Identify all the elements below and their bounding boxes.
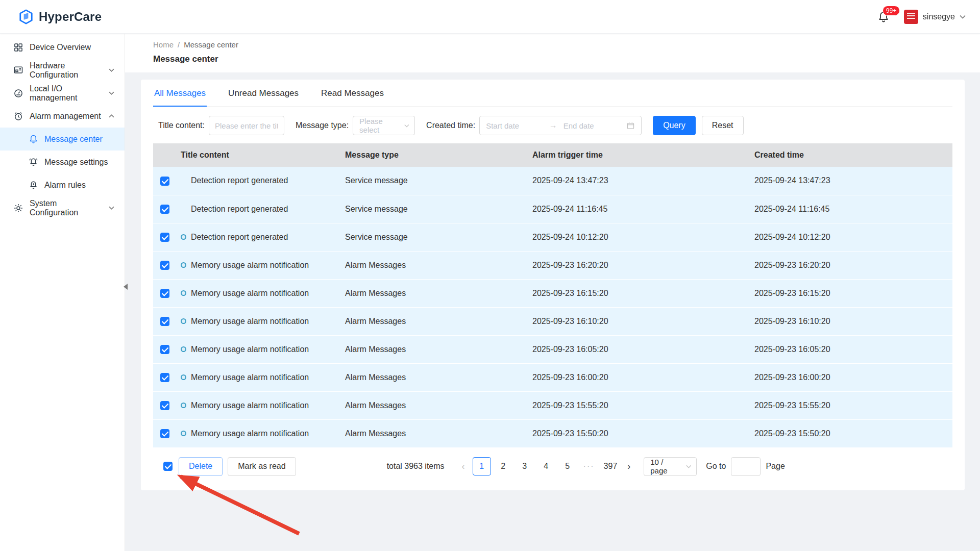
table-row[interactable]: Memory usage alarm notificationAlarm Mes… bbox=[153, 363, 952, 391]
notification-badge: 99+ bbox=[883, 6, 900, 16]
row-created-time: 2025-09-23 16:10:20 bbox=[750, 307, 952, 335]
mark-as-read-button[interactable]: Mark as read bbox=[228, 457, 296, 476]
row-checkbox[interactable] bbox=[160, 177, 169, 186]
app-logo[interactable]: HyperCare bbox=[18, 9, 102, 24]
unread-dot bbox=[181, 346, 186, 352]
column-header-title-content: Title content bbox=[177, 143, 341, 167]
sidebar-item-message-settings[interactable]: Message settings bbox=[0, 151, 125, 173]
page-header: Home / Message center Message center bbox=[125, 34, 980, 72]
bell-icon bbox=[29, 134, 38, 144]
tab-all-messages[interactable]: All Messages bbox=[153, 80, 207, 106]
pagination-next[interactable]: › bbox=[621, 461, 636, 472]
created-time-label: Created time: bbox=[426, 121, 475, 130]
hardware-icon bbox=[13, 65, 23, 76]
sidebar-item-hardware-configuration[interactable]: Hardware Configuration bbox=[0, 59, 125, 82]
sidebar-item-label: Device Overview bbox=[30, 43, 91, 52]
message-type-select[interactable]: Please select bbox=[353, 116, 415, 135]
query-button[interactable]: Query bbox=[653, 116, 696, 135]
table-row[interactable]: Memory usage alarm notificationAlarm Mes… bbox=[153, 335, 952, 363]
table-row[interactable]: Memory usage alarm notificationAlarm Mes… bbox=[153, 251, 952, 279]
tab-read-messages[interactable]: Read Messages bbox=[320, 80, 385, 106]
sidebar: Device Overview Hardware Configuration L… bbox=[0, 34, 125, 551]
row-checkbox[interactable] bbox=[160, 401, 169, 410]
sidebar-item-system-configuration[interactable]: System Configuration bbox=[0, 196, 125, 219]
pagination-page-1[interactable]: 1 bbox=[473, 457, 491, 475]
pagination-page-5[interactable]: 5 bbox=[558, 457, 577, 475]
row-message-type: Alarm Messages bbox=[341, 251, 528, 279]
chevron-down-icon bbox=[960, 15, 966, 19]
pagination-page-3[interactable]: 3 bbox=[516, 457, 534, 475]
chevron-down-icon bbox=[109, 91, 114, 95]
row-checkbox[interactable] bbox=[160, 345, 169, 354]
unread-dot bbox=[181, 431, 186, 436]
pagination-page-397[interactable]: 397 bbox=[601, 457, 620, 475]
tabs-bar: All Messages Unread Messages Read Messag… bbox=[153, 80, 952, 107]
filter-bar: Title content: Message type: Please sele… bbox=[158, 116, 952, 135]
avatar bbox=[904, 10, 918, 24]
table-header-row: Title content Message type Alarm trigger… bbox=[153, 143, 952, 167]
table-footer: Delete Mark as read total 3963 items ‹ 1… bbox=[153, 457, 952, 476]
alarm-clock-icon bbox=[13, 111, 23, 121]
column-header-alarm-trigger-time: Alarm trigger time bbox=[528, 143, 750, 167]
sidebar-collapse-handle[interactable] bbox=[122, 280, 129, 294]
collapse-arrow-icon bbox=[124, 284, 128, 290]
title-content-input[interactable] bbox=[209, 116, 284, 135]
sidebar-item-device-overview[interactable]: Device Overview bbox=[0, 36, 125, 59]
row-message-type: Alarm Messages bbox=[341, 363, 528, 391]
reset-button[interactable]: Reset bbox=[702, 116, 744, 135]
pagination-page-4[interactable]: 4 bbox=[537, 457, 555, 475]
table-row[interactable]: Memory usage alarm notificationAlarm Mes… bbox=[153, 391, 952, 419]
sidebar-item-label: Alarm management bbox=[30, 112, 101, 121]
row-created-time: 2025-09-23 16:20:20 bbox=[750, 251, 952, 279]
row-checkbox[interactable] bbox=[160, 429, 169, 438]
alarm-rules-icon bbox=[29, 180, 38, 190]
delete-button[interactable]: Delete bbox=[179, 457, 223, 476]
row-message-type: Alarm Messages bbox=[341, 419, 528, 447]
message-center-card: All Messages Unread Messages Read Messag… bbox=[141, 80, 965, 490]
table-row[interactable]: Memory usage alarm notificationAlarm Mes… bbox=[153, 307, 952, 335]
table-row[interactable]: Memory usage alarm notificationAlarm Mes… bbox=[153, 419, 952, 447]
chevron-down-icon bbox=[109, 206, 114, 210]
notification-bell[interactable]: 99+ bbox=[874, 8, 893, 26]
created-time-range-picker[interactable]: Start date → End date bbox=[479, 116, 642, 135]
table-row[interactable]: Detection report generatedService messag… bbox=[153, 167, 952, 195]
row-checkbox[interactable] bbox=[160, 317, 169, 326]
page-size-select[interactable]: 10 / page bbox=[644, 457, 697, 476]
row-alarm-trigger-time: 2025-09-24 11:16:45 bbox=[528, 195, 750, 223]
column-header-message-type: Message type bbox=[341, 143, 528, 167]
sidebar-item-alarm-management[interactable]: Alarm management bbox=[0, 105, 125, 128]
pagination-prev[interactable]: ‹ bbox=[456, 461, 471, 472]
row-title: Memory usage alarm notification bbox=[191, 289, 309, 298]
header-checkbox-cell bbox=[153, 143, 177, 167]
row-checkbox[interactable] bbox=[160, 233, 169, 242]
user-menu[interactable]: sinsegye bbox=[904, 10, 966, 24]
top-header: HyperCare 99+ sinsegye bbox=[0, 0, 980, 34]
goto-page-input[interactable] bbox=[731, 457, 761, 476]
select-all-checkbox[interactable] bbox=[163, 462, 173, 471]
row-alarm-trigger-time: 2025-09-23 16:15:20 bbox=[528, 279, 750, 307]
column-header-created-time: Created time bbox=[750, 143, 952, 167]
pagination-ellipsis[interactable]: ··· bbox=[580, 457, 598, 475]
row-checkbox[interactable] bbox=[160, 289, 169, 298]
pagination-page-2[interactable]: 2 bbox=[494, 457, 512, 475]
sidebar-item-local-io-management[interactable]: Local I/O management bbox=[0, 82, 125, 105]
breadcrumb-home[interactable]: Home bbox=[153, 40, 174, 49]
bell-settings-icon bbox=[29, 157, 38, 167]
goto-label: Go to bbox=[706, 462, 726, 471]
unread-dot bbox=[181, 290, 186, 296]
breadcrumb: Home / Message center bbox=[153, 40, 965, 49]
row-checkbox[interactable] bbox=[160, 261, 169, 270]
table-row[interactable]: Detection report generatedService messag… bbox=[153, 223, 952, 251]
tab-unread-messages[interactable]: Unread Messages bbox=[227, 80, 300, 106]
sidebar-item-alarm-rules[interactable]: Alarm rules bbox=[0, 173, 125, 196]
sidebar-item-message-center[interactable]: Message center bbox=[0, 128, 125, 151]
row-checkbox[interactable] bbox=[160, 373, 169, 382]
row-message-type: Service message bbox=[341, 167, 528, 195]
main-content: Home / Message center Message center All… bbox=[125, 0, 980, 490]
table-row[interactable]: Memory usage alarm notificationAlarm Mes… bbox=[153, 279, 952, 307]
chevron-down-icon bbox=[404, 124, 409, 128]
calendar-icon bbox=[626, 121, 635, 130]
row-alarm-trigger-time: 2025-09-23 16:10:20 bbox=[528, 307, 750, 335]
row-checkbox[interactable] bbox=[160, 205, 169, 214]
table-row[interactable]: Detection report generatedService messag… bbox=[153, 195, 952, 223]
